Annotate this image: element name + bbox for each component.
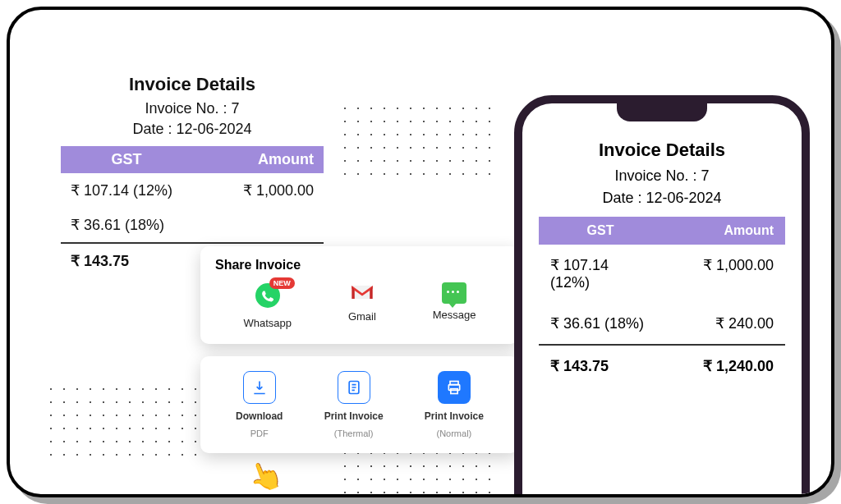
print-normal-label-1: Print Invoice [425,410,484,422]
gst-total: ₹ 143.75 [61,252,192,270]
header-amount: Amount [192,146,324,173]
share-message[interactable]: Message [433,282,476,329]
gst-value: ₹ 36.61 (18%) [61,216,192,234]
download-label-2: PDF [250,428,269,438]
table-header: GST Amount [61,146,324,173]
actions-card: Download PDF Print Invoice (Thermal) Pri… [200,356,519,453]
invoice-number: Invoice No. : 7 [539,167,785,185]
message-label: Message [433,309,476,321]
gst-total: ₹ 143.75 [539,357,662,375]
phone-frame: Invoice Details Invoice No. : 7 Date : 1… [514,95,810,497]
print-normal-button[interactable]: Print Invoice (Normal) [425,371,484,438]
invoice-panel-phone: Invoice Details Invoice No. : 7 Date : 1… [522,103,802,403]
table-row: ₹ 107.14 (12%) ₹ 1,000.00 [61,173,324,208]
gmail-icon [350,282,375,305]
gst-value: ₹ 107.14 (12%) [539,256,662,291]
invoice-number: Invoice No. : 7 [61,100,324,117]
share-gmail[interactable]: Gmail [348,282,376,329]
download-icon [243,371,276,404]
gst-value: ₹ 36.61 (18%) [539,314,662,332]
invoice-date: Date : 12-06-2024 [539,190,785,207]
whatsapp-icon: NEW [255,282,281,312]
download-pdf-button[interactable]: Download PDF [236,371,283,438]
share-invoice-card: Share Invoice NEW Whatsapp Gmail Message [200,246,519,344]
phone-notch [617,103,707,121]
gmail-label: Gmail [348,310,376,323]
printer-icon [438,371,471,404]
amount-total: ₹ 1,240.00 [662,357,785,375]
table-row: ₹ 36.61 (18%) . [61,208,324,242]
gst-value: ₹ 107.14 (12%) [61,181,192,199]
share-whatsapp[interactable]: NEW Whatsapp [243,282,292,329]
print-thermal-button[interactable]: Print Invoice (Thermal) [324,371,384,438]
message-icon [442,282,466,304]
amount-value: ₹ 240.00 [662,314,785,332]
decorative-dots [44,383,200,465]
print-normal-label-2: (Normal) [436,428,471,438]
invoice-date: Date : 12-06-2024 [61,121,324,138]
share-heading: Share Invoice [215,258,504,273]
table-total-row: ₹ 143.75 ₹ 1,240.00 [539,344,785,387]
invoice-title: Invoice Details [539,140,785,161]
cursor-hand-icon: 👆 [243,455,287,497]
print-thermal-label-2: (Thermal) [334,428,374,438]
amount-value: ₹ 1,000.00 [192,181,324,199]
new-badge: NEW [269,277,295,289]
receipt-icon [338,371,370,404]
header-amount: Amount [662,217,785,245]
print-thermal-label-1: Print Invoice [324,410,384,422]
whatsapp-label: Whatsapp [243,317,292,329]
download-label-1: Download [236,410,283,422]
decorative-dots [338,447,494,496]
tablet-frame: Invoice Details Invoice No. : 7 Date : 1… [7,7,834,497]
table-row: ₹ 36.61 (18%) ₹ 240.00 [539,303,785,344]
amount-value: ₹ 1,000.00 [662,256,785,291]
invoice-title: Invoice Details [61,74,324,95]
header-gst: GST [61,146,192,173]
table-header: GST Amount [539,217,785,245]
table-row: ₹ 107.14 (12%) ₹ 1,000.00 [539,245,785,303]
header-gst: GST [539,217,662,245]
decorative-dots [338,102,494,184]
